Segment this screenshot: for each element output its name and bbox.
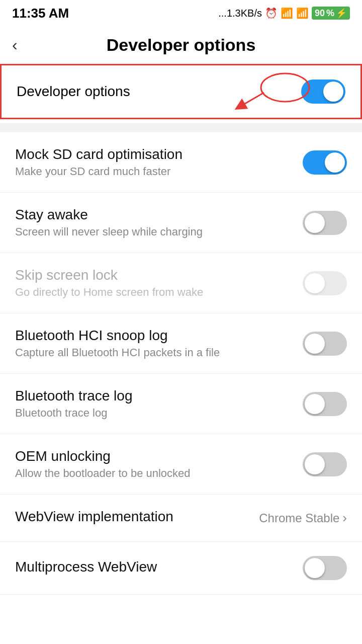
- setting-subtitle-oem-unlocking: Allow the bootloader to be unlocked: [15, 467, 293, 480]
- svg-line-1: [240, 93, 264, 107]
- setting-text-bluetooth-trace: Bluetooth trace log Bluetooth trace log: [15, 388, 303, 420]
- toggle-knob: [325, 152, 345, 173]
- setting-title-bluetooth-trace: Bluetooth trace log: [15, 388, 293, 404]
- toggle-multiprocess-webview[interactable]: [303, 556, 347, 580]
- webview-value: Chrome Stable: [259, 511, 339, 525]
- setting-title-bluetooth-hci: Bluetooth HCI snoop log: [15, 328, 293, 344]
- battery-indicator: 90% ⚡: [312, 7, 350, 20]
- setting-row-webview[interactable]: WebView implementation Chrome Stable ›: [0, 495, 362, 542]
- wifi-icon: 📶: [296, 7, 309, 19]
- toggle-skip-screen-lock: [303, 271, 347, 295]
- setting-subtitle-bluetooth-hci: Capture all Bluetooth HCI packets in a f…: [15, 346, 293, 359]
- setting-text-bluetooth-hci: Bluetooth HCI snoop log Capture all Blue…: [15, 328, 303, 359]
- setting-title-webview: WebView implementation: [15, 509, 249, 525]
- toggle-knob: [305, 213, 325, 233]
- setting-title-stay-awake: Stay awake: [15, 207, 293, 223]
- status-icons: ...1.3KB/s ⏰ 📶 📶 90% ⚡: [218, 7, 350, 20]
- setting-row-bluetooth-trace[interactable]: Bluetooth trace log Bluetooth trace log: [0, 374, 362, 434]
- toggle-knob: [323, 82, 343, 102]
- battery-bolt-icon: ⚡: [336, 8, 347, 19]
- setting-row-bluetooth-hci[interactable]: Bluetooth HCI snoop log Capture all Blue…: [0, 313, 362, 374]
- setting-row-stay-awake[interactable]: Stay awake Screen will never sleep while…: [0, 193, 362, 253]
- setting-row-oem-unlocking[interactable]: OEM unlocking Allow the bootloader to be…: [0, 434, 362, 495]
- setting-text-stay-awake: Stay awake Screen will never sleep while…: [15, 207, 303, 238]
- back-button[interactable]: ‹: [12, 36, 18, 54]
- setting-text-multiprocess-webview: Multiprocess WebView: [15, 559, 303, 578]
- settings-list: Mock SD card optimisation Make your SD c…: [0, 132, 362, 595]
- toggle-oem-unlocking[interactable]: [303, 452, 347, 476]
- status-bar: 11:35 AM ...1.3KB/s ⏰ 📶 📶 90% ⚡: [0, 0, 362, 26]
- setting-subtitle-stay-awake: Screen will never sleep while charging: [15, 225, 293, 238]
- signal-icon: 📶: [281, 7, 293, 19]
- setting-text-oem-unlocking: OEM unlocking Allow the bootloader to be…: [15, 448, 303, 480]
- setting-text-webview: WebView implementation: [15, 509, 259, 527]
- battery-percent: 90: [315, 8, 325, 19]
- toggle-knob: [305, 454, 325, 474]
- annotation-arrow: [230, 72, 310, 113]
- setting-title-oem-unlocking: OEM unlocking: [15, 448, 293, 464]
- setting-text-skip-screen-lock: Skip screen lock Go directly to Home scr…: [15, 267, 303, 299]
- toggle-bluetooth-trace[interactable]: [303, 392, 347, 416]
- toggle-knob: [305, 558, 325, 578]
- developer-options-toggle[interactable]: [301, 79, 345, 104]
- setting-row-multiprocess-webview[interactable]: Multiprocess WebView: [0, 542, 362, 595]
- chevron-right-icon: ›: [342, 510, 347, 526]
- toggle-knob: [305, 273, 325, 293]
- toggle-stay-awake[interactable]: [303, 211, 347, 235]
- setting-title-mock-sd: Mock SD card optimisation: [15, 146, 293, 163]
- developer-options-toggle-row[interactable]: Developer options: [0, 64, 362, 119]
- setting-subtitle-bluetooth-trace: Bluetooth trace log: [15, 407, 293, 420]
- network-speed: ...1.3KB/s: [218, 8, 262, 19]
- developer-options-label: Developer options: [17, 84, 130, 100]
- setting-text-mock-sd: Mock SD card optimisation Make your SD c…: [15, 146, 303, 178]
- setting-row-skip-screen-lock: Skip screen lock Go directly to Home scr…: [0, 253, 362, 313]
- setting-subtitle-skip-screen-lock: Go directly to Home screen from wake: [15, 286, 293, 299]
- toggle-knob: [305, 334, 325, 354]
- alarm-icon: ⏰: [265, 7, 278, 19]
- setting-title-multiprocess-webview: Multiprocess WebView: [15, 559, 293, 575]
- setting-title-skip-screen-lock: Skip screen lock: [15, 267, 293, 283]
- status-time: 11:35 AM: [12, 6, 69, 21]
- setting-row-mock-sd[interactable]: Mock SD card optimisation Make your SD c…: [0, 132, 362, 193]
- page-title: Developer options: [107, 35, 256, 55]
- setting-subtitle-mock-sd: Make your SD card much faster: [15, 165, 293, 178]
- toggle-mock-sd[interactable]: [303, 150, 347, 175]
- toggle-knob: [305, 394, 325, 414]
- section-divider: [0, 123, 362, 132]
- top-bar: ‹ Developer options: [0, 26, 362, 64]
- toggle-bluetooth-hci[interactable]: [303, 332, 347, 356]
